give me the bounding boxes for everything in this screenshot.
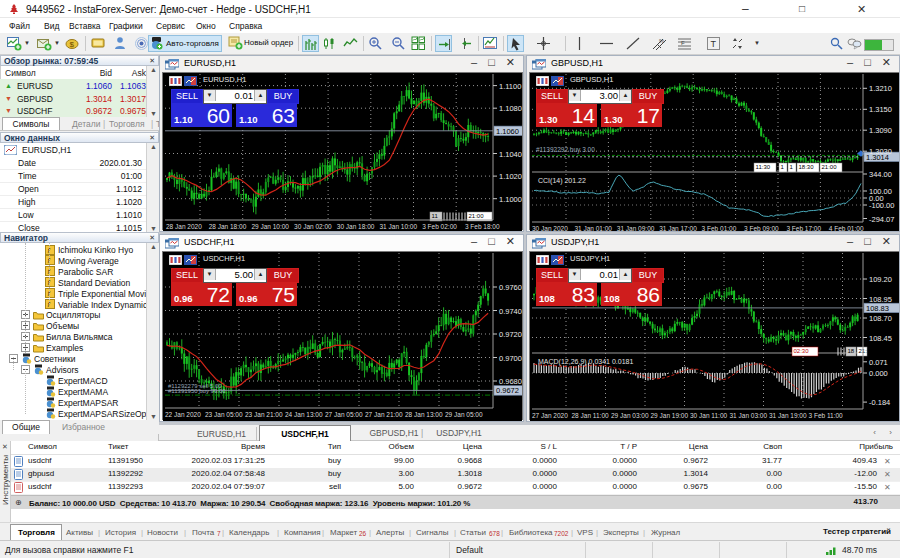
svg-text:1.3150: 1.3150 [869, 105, 892, 114]
svg-text:0.9680: 0.9680 [499, 377, 522, 386]
svg-text:23 Jan 05:00: 23 Jan 05:00 [205, 411, 243, 418]
svg-text:31 Jan 10:00: 31 Jan 10:00 [380, 223, 418, 230]
svg-text:-0.184: -0.184 [869, 398, 890, 407]
svg-text:28 Jan 2020: 28 Jan 2020 [166, 223, 202, 230]
svg-text:18:30: 18:30 [799, 164, 815, 170]
svg-text:0.071: 0.071 [869, 358, 888, 367]
svg-text:3 Feb 02:00: 3 Feb 02:00 [422, 223, 457, 230]
svg-text:0.9720: 0.9720 [499, 330, 522, 339]
svg-text:31 Jan 09:00: 31 Jan 09:00 [617, 225, 655, 231]
svg-text:CCI(14) 201.22: CCI(14) 201.22 [538, 177, 586, 185]
svg-text:4 Feb 01:00: 4 Feb 01:00 [829, 225, 864, 231]
svg-text:31 Jan 03:00: 31 Jan 03:00 [730, 412, 768, 419]
svg-text:28 Jan 18:00: 28 Jan 18:00 [209, 223, 247, 230]
svg-text:27 Jan 2020: 27 Jan 2020 [532, 412, 568, 419]
svg-text:3 Feb 01:00: 3 Feb 01:00 [702, 225, 737, 231]
svg-text:F: F [681, 40, 685, 46]
svg-text:29 Jan 05:00: 29 Jan 05:00 [445, 411, 483, 418]
svg-text:28 Jan 11:00: 28 Jan 11:00 [572, 412, 609, 419]
svg-text:30 Jan 2020: 30 Jan 2020 [532, 225, 568, 231]
svg-text:T: T [711, 39, 717, 49]
svg-text:0.9700: 0.9700 [499, 354, 522, 363]
svg-text:18: 18 [848, 348, 855, 354]
svg-text:3 Feb 11:00: 3 Feb 11:00 [809, 412, 844, 419]
svg-text:27 Jan 21:00: 27 Jan 21:00 [365, 411, 403, 418]
svg-text:0.9740: 0.9740 [499, 307, 522, 316]
svg-text:0.9672: 0.9672 [496, 386, 519, 395]
svg-text:29 Jan 19:00: 29 Jan 19:00 [651, 412, 689, 419]
svg-text:1.1020: 1.1020 [499, 172, 522, 181]
svg-text:31 Jan 19:00: 31 Jan 19:00 [769, 412, 807, 419]
svg-text:0.000: 0.000 [869, 369, 888, 378]
svg-text:#11391950 buy 99.00: #11391950 buy 99.00 [168, 388, 226, 394]
svg-text:1.1080: 1.1080 [499, 104, 522, 113]
svg-text:30 Jan 18:00: 30 Jan 18:00 [337, 223, 375, 230]
svg-text:109.20: 109.20 [869, 275, 892, 284]
svg-text:MACD(12,26,9) 0.0341 0.0181: MACD(12,26,9) 0.0341 0.0181 [538, 358, 633, 366]
svg-text:11: 11 [432, 213, 439, 219]
svg-text:30 Jan 02:00: 30 Jan 02:00 [294, 223, 332, 230]
svg-text:11:30: 11:30 [756, 164, 771, 170]
svg-text:3 Feb 09:00: 3 Feb 09:00 [744, 225, 779, 231]
svg-text:108.70: 108.70 [869, 314, 892, 323]
svg-text:108.95: 108.95 [869, 295, 892, 304]
svg-text:1.1000: 1.1000 [499, 195, 522, 204]
svg-text:#11392292 buy 3.00: #11392292 buy 3.00 [536, 146, 595, 154]
svg-text:3 Feb 18:00: 3 Feb 18:00 [465, 223, 500, 230]
svg-text:-100.00: -100.00 [869, 201, 894, 210]
svg-text:29 Jan 03:00: 29 Jan 03:00 [611, 412, 649, 419]
svg-text:1.1040: 1.1040 [499, 150, 522, 159]
svg-text:$: $ [70, 40, 75, 49]
svg-text:21:00: 21:00 [469, 213, 485, 219]
svg-text:21:00: 21:00 [822, 164, 838, 170]
svg-text:3 Feb 17:00: 3 Feb 17:00 [786, 225, 821, 231]
svg-text:22 Jan 2020: 22 Jan 2020 [165, 411, 201, 418]
svg-text:31 Jan 01:00: 31 Jan 01:00 [574, 225, 612, 231]
svg-text:1.3030: 1.3030 [869, 147, 892, 156]
svg-text:29 Jan 10:00: 29 Jan 10:00 [251, 223, 289, 230]
svg-text:31 Jan 17:00: 31 Jan 17:00 [659, 225, 697, 231]
svg-text:108.45: 108.45 [869, 334, 892, 343]
svg-text:%: % [659, 38, 665, 44]
svg-text:02:30: 02:30 [794, 348, 810, 354]
svg-text:-294.07: -294.07 [869, 215, 894, 224]
svg-text:28 Jan 13:00: 28 Jan 13:00 [405, 411, 443, 418]
svg-text:0.9760: 0.9760 [499, 283, 522, 292]
svg-text:23 Jan 21:00: 23 Jan 21:00 [245, 411, 283, 418]
svg-text:344.00: 344.00 [869, 170, 892, 179]
svg-text:1.3090: 1.3090 [869, 126, 892, 135]
svg-text:1.1060: 1.1060 [496, 127, 519, 136]
svg-text:27 Jan 05:00: 27 Jan 05:00 [325, 411, 363, 418]
svg-text:30 Jan 11:00: 30 Jan 11:00 [690, 412, 727, 419]
svg-text:108.83: 108.83 [866, 304, 889, 313]
svg-text:24 Jan 13:00: 24 Jan 13:00 [285, 411, 323, 418]
